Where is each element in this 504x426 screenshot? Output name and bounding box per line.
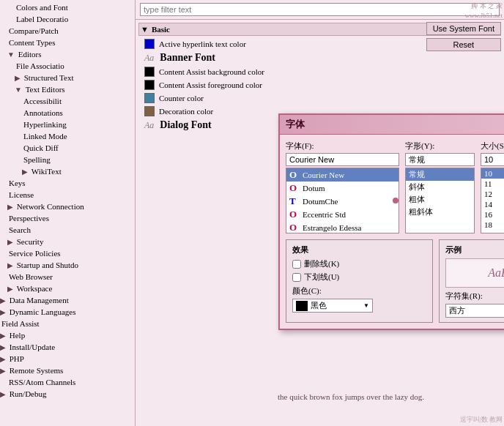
- font-list-item-courier[interactable]: O Courier New: [286, 168, 399, 182]
- font-list-item-estrangelo[interactable]: O Estrangelo Edessa: [286, 221, 399, 233]
- sidebar-item-annotations[interactable]: Annotations: [0, 107, 135, 119]
- filter-area: [136, 0, 504, 20]
- font-type-icon-eccentric: O: [289, 209, 300, 220]
- sidebar-item-php[interactable]: ▶ PHP: [0, 353, 135, 365]
- font-list-item-eccentric[interactable]: O Eccentric Std: [286, 208, 399, 221]
- size-item-16[interactable]: 16: [481, 209, 504, 220]
- decoration-color-swatch: [144, 106, 155, 116]
- sidebar-item-data-mgmt[interactable]: ▶ Data Management: [0, 294, 135, 306]
- sidebar-item-perspectives[interactable]: Perspectives: [0, 212, 135, 224]
- aa-prefix-banner: Aa: [144, 53, 154, 64]
- dialog-titlebar: 字体 ? ✕: [280, 115, 504, 135]
- color-dropdown[interactable]: 黑色 ▼: [292, 299, 373, 313]
- font-name-input[interactable]: [286, 153, 399, 166]
- font-dialog: 字体 ? ✕ 字体(F): O: [278, 113, 504, 330]
- underline-checkbox-item[interactable]: 下划线(U): [292, 272, 426, 283]
- charset-label: 字符集(R):: [445, 291, 483, 302]
- charset-dropdown[interactable]: 西方 ▼: [445, 304, 504, 318]
- hyperlink-color-swatch: [144, 39, 155, 49]
- sidebar-item-linked-mode[interactable]: Linked Mode: [0, 130, 135, 142]
- counter-color-label: Counter color: [159, 94, 204, 102]
- dialog-body: 字体(F): O Courier New O Dotum: [280, 135, 504, 329]
- strikethrough-checkbox-item[interactable]: 删除线(K): [292, 258, 426, 269]
- sidebar-item-content-types[interactable]: Content Types: [0, 37, 135, 48]
- size-input[interactable]: [481, 153, 504, 166]
- effects-sample-row: 效果 删除线(K) 下划线(U) 颜色(C):: [286, 239, 504, 323]
- sidebar-item-license[interactable]: License: [0, 189, 135, 201]
- pref-banner-font[interactable]: Aa Banner Font: [138, 51, 501, 65]
- decoration-color-label: Decoration color: [159, 107, 213, 116]
- sidebar-item-security[interactable]: ▶ Security: [0, 236, 135, 247]
- filter-input[interactable]: [140, 3, 500, 16]
- color-row: 颜色(C):: [292, 285, 426, 296]
- sidebar-item-wikitext[interactable]: ▶ WikiText: [0, 165, 135, 177]
- pref-counter-color[interactable]: Counter color: [138, 91, 501, 105]
- sidebar-item-help[interactable]: ▶ Help: [0, 329, 135, 341]
- counter-color-swatch: [144, 93, 155, 103]
- sidebar-item-structured-text[interactable]: ▶ Structured Text: [0, 72, 135, 83]
- sidebar-item-remote-systems[interactable]: ▶ Remote Systems: [0, 365, 135, 376]
- watermark-top-right: 脚 本 之 家 www.Jb51.net: [465, 1, 503, 20]
- style-list[interactable]: 常规 斜体 粗体 粗斜体: [405, 168, 475, 233]
- style-col-label: 字形(Y):: [405, 141, 475, 152]
- style-item-bold[interactable]: 粗体: [406, 193, 474, 206]
- strikethrough-checkbox[interactable]: [292, 260, 301, 269]
- sidebar-item-colors-font[interactable]: Colors and Font: [0, 1, 135, 13]
- font-list-item-dotum[interactable]: O Dotum: [286, 182, 399, 195]
- color-value: 黑色: [311, 300, 327, 311]
- sidebar-item-dynamic-lang[interactable]: ▶ Dynamic Languages: [0, 306, 135, 318]
- sidebar-item-accessibility[interactable]: Accessibilit: [0, 95, 135, 107]
- sidebar-item-quick-diff[interactable]: Quick Diff: [0, 142, 135, 154]
- font-name-dotum: Dotum: [303, 184, 325, 193]
- sidebar-item-field-assist[interactable]: Field Assist: [0, 318, 135, 329]
- size-item-12[interactable]: 12: [481, 189, 504, 199]
- underline-checkbox[interactable]: [292, 273, 301, 282]
- reset-button[interactable]: Reset: [426, 38, 501, 51]
- banner-font-label: Banner Font: [160, 52, 215, 64]
- dialog-font-label: Dialog Font: [160, 119, 211, 131]
- style-item-italic[interactable]: 斜体: [406, 181, 474, 193]
- sidebar-item-web-browser[interactable]: Web Browser: [0, 271, 135, 283]
- sidebar-item-editors[interactable]: ▼ Editors: [0, 48, 135, 60]
- content-assist-fg-label: Content Assist foreground color: [159, 81, 262, 89]
- sidebar-item-rss-atom[interactable]: RSS/Atom Channels: [0, 376, 135, 388]
- pref-content-assist-bg[interactable]: Content Assist background color: [138, 65, 501, 78]
- sample-box: 示例 AaBbYyZz 字符集(R): 西方 ▼: [439, 239, 504, 323]
- sidebar: Colors and Font Label Decoratio Compare/…: [0, 0, 136, 426]
- font-list[interactable]: O Courier New O Dotum T DotumChe: [286, 168, 399, 233]
- sidebar-item-text-editors[interactable]: ▼ Text Editors: [0, 83, 135, 95]
- aa-prefix-dialog: Aa: [144, 120, 154, 131]
- sidebar-item-spelling[interactable]: Spelling: [0, 154, 135, 165]
- size-item-11[interactable]: 11: [481, 179, 504, 189]
- size-item-10[interactable]: 10: [481, 168, 504, 179]
- color-preview-swatch: [296, 301, 308, 311]
- main-container: Colors and Font Label Decoratio Compare/…: [0, 0, 504, 426]
- size-item-18[interactable]: 18: [481, 220, 504, 230]
- bottom-preview: the quick brown fox jumps over the lazy …: [275, 389, 504, 404]
- use-system-font-button[interactable]: Use System Font: [426, 22, 501, 35]
- style-input[interactable]: [405, 153, 475, 166]
- style-item-bold-italic[interactable]: 粗斜体: [406, 206, 474, 218]
- sidebar-item-compare-patch[interactable]: Compare/Patch: [0, 25, 135, 37]
- sidebar-item-network[interactable]: ▶ Network Connection: [0, 201, 135, 212]
- font-name-courier: Courier New: [303, 171, 344, 179]
- size-list[interactable]: 10 11 12 14 16 18 20: [481, 168, 504, 233]
- font-list-item-dotumche[interactable]: T DotumChe: [286, 195, 399, 208]
- size-item-14[interactable]: 14: [481, 199, 504, 209]
- pref-content-assist-fg[interactable]: Content Assist foreground color: [138, 78, 501, 91]
- sidebar-item-install-update[interactable]: ▶ Install/Update: [0, 341, 135, 353]
- style-item-regular[interactable]: 常规: [406, 168, 474, 181]
- sidebar-item-search[interactable]: Search: [0, 224, 135, 236]
- sidebar-item-startup[interactable]: ▶ Startup and Shutdo: [0, 259, 135, 271]
- effects-label: 效果: [292, 244, 426, 255]
- sample-text: AaBbYyZz: [445, 258, 504, 288]
- size-item-20[interactable]: 20: [481, 230, 504, 233]
- sidebar-item-run-debug[interactable]: ▶ Run/Debug: [0, 388, 135, 400]
- sidebar-item-workspace[interactable]: ▶ Workspace: [0, 283, 135, 294]
- sidebar-item-service-policies[interactable]: Service Policies: [0, 247, 135, 259]
- sidebar-item-hyperlinking[interactable]: Hyperlinking: [0, 119, 135, 130]
- sidebar-item-file-assoc[interactable]: File Associatio: [0, 60, 135, 72]
- sidebar-item-keys[interactable]: Keys: [0, 177, 135, 189]
- strikethrough-label: 删除线(K): [304, 258, 339, 269]
- sidebar-item-label-deco[interactable]: Label Decoratio: [0, 13, 135, 25]
